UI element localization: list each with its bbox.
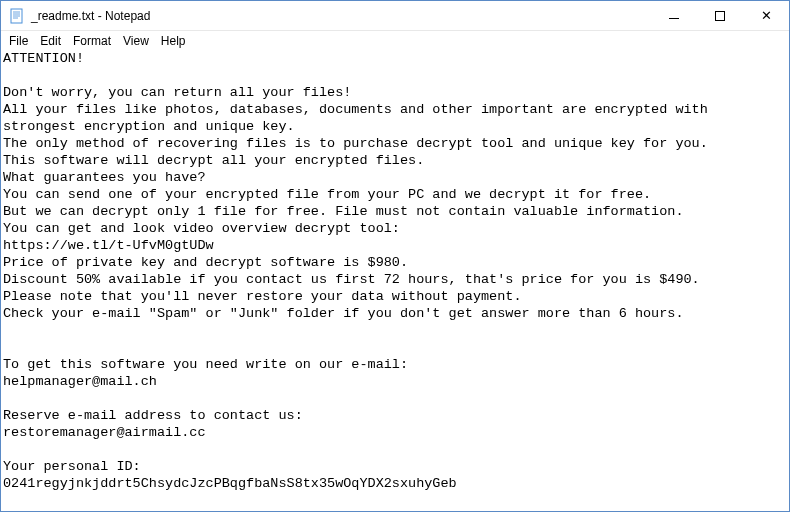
menu-help[interactable]: Help: [155, 33, 192, 49]
minimize-icon: [669, 18, 679, 19]
maximize-icon: [715, 11, 725, 21]
title-bar: _readme.txt - Notepad ✕: [1, 1, 789, 31]
document-text[interactable]: ATTENTION! Don't worry, you can return a…: [1, 50, 789, 492]
menu-view[interactable]: View: [117, 33, 155, 49]
menu-edit[interactable]: Edit: [34, 33, 67, 49]
window-title: _readme.txt - Notepad: [31, 9, 150, 23]
maximize-button[interactable]: [697, 1, 743, 31]
close-button[interactable]: ✕: [743, 1, 789, 31]
menu-file[interactable]: File: [3, 33, 34, 49]
notepad-icon: [9, 8, 25, 24]
text-area[interactable]: ATTENTION! Don't worry, you can return a…: [1, 50, 789, 511]
minimize-button[interactable]: [651, 1, 697, 31]
menu-format[interactable]: Format: [67, 33, 117, 49]
close-icon: ✕: [761, 8, 772, 23]
menu-bar: File Edit Format View Help: [1, 31, 789, 50]
